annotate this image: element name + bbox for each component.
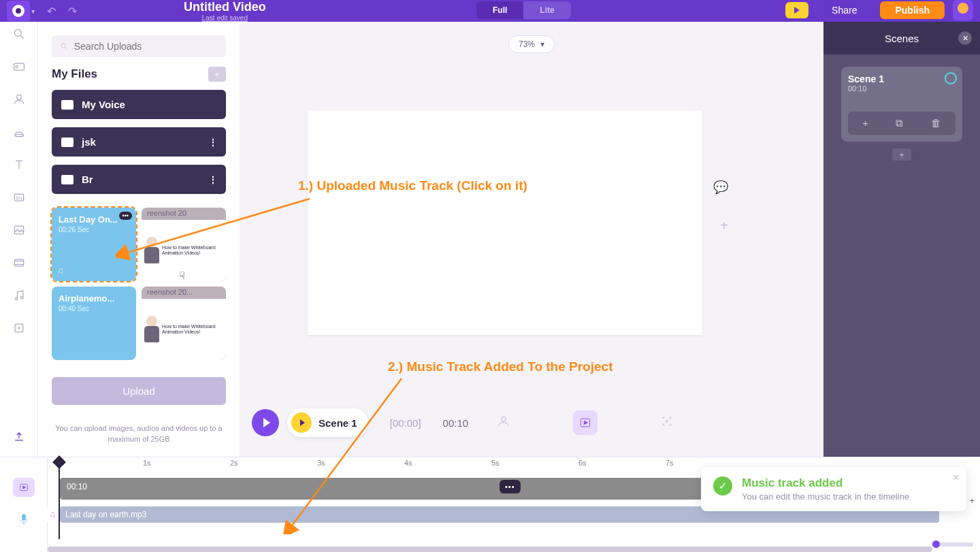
project-title[interactable]: Untitled Video — [184, 0, 266, 14]
text-icon[interactable] — [12, 158, 26, 172]
clip-menu-icon[interactable]: ••• — [500, 480, 521, 493]
toast-close-icon[interactable]: ✕ — [952, 472, 960, 483]
ruler-tick: 2s — [230, 459, 238, 467]
slider-thumb[interactable] — [932, 540, 940, 548]
top-bar: ▾ ↶ ↷ Untitled Video Last edit saved Ful… — [0, 0, 980, 22]
canvas-area: 73% ▾ 💬 + — [240, 22, 823, 457]
upload-icon[interactable] — [12, 429, 26, 443]
scene-card-title: Scene 1 — [848, 74, 956, 84]
character-icon[interactable] — [12, 93, 26, 106]
folder-icon — [61, 137, 74, 147]
svg-point-29 — [666, 420, 668, 422]
svg-line-1 — [20, 36, 23, 39]
folder-label: Br — [82, 174, 93, 185]
svg-rect-32 — [22, 515, 25, 521]
upload-note: You can upload images, audios and videos… — [52, 423, 226, 444]
add-scene-button[interactable]: + — [892, 148, 911, 161]
search-icon[interactable] — [12, 27, 26, 41]
play-scene-button[interactable] — [291, 412, 312, 433]
thumbnail-text: How to make Whiteboard Animation Videos! — [162, 245, 223, 257]
folder-my-voice[interactable]: My Voice — [52, 90, 226, 119]
mode-full[interactable]: Full — [476, 1, 523, 19]
preview-play-button[interactable] — [785, 2, 808, 18]
image-icon[interactable] — [12, 223, 26, 237]
scenes-icon[interactable] — [12, 60, 26, 74]
svg-point-4 — [16, 95, 21, 99]
folder-jsk[interactable]: jsk ⋮ — [52, 127, 226, 157]
zoom-in-icon[interactable]: + — [969, 496, 975, 506]
close-scenes-button[interactable]: ✕ — [958, 31, 972, 45]
scene-selector[interactable]: Scene 1 — [287, 408, 368, 437]
play-icon — [263, 418, 270, 427]
undo-icon[interactable]: ↶ — [47, 5, 56, 18]
music-note-icon: ♫ — [57, 265, 64, 276]
user-action-icon[interactable] — [497, 415, 510, 432]
save-status[interactable]: Last edit saved — [184, 14, 266, 22]
tile-duration: 00:26 Sec — [59, 226, 129, 233]
tool-rail: BG — [0, 22, 38, 457]
delete-scene-icon[interactable]: 🗑 — [931, 117, 941, 129]
ruler-tick: 3s — [317, 459, 325, 467]
duplicate-scene-icon[interactable]: ⧉ — [896, 117, 903, 129]
search-uploads-input[interactable] — [74, 41, 218, 52]
toast-music-added: ✓ Music track added You can edit the mus… — [701, 467, 966, 511]
timeline-mic-icon[interactable] — [17, 512, 31, 531]
playback-bar: Scene 1 [00:00] 00:10 — [252, 406, 817, 439]
folder-menu-icon[interactable]: ⋮ — [208, 174, 218, 185]
scene-card[interactable]: Scene 1 00:10 + ⧉ 🗑 — [841, 67, 962, 142]
timeline-zoom-slider[interactable] — [932, 542, 973, 547]
focus-icon[interactable] — [660, 415, 674, 432]
timeline-scrollbar[interactable] — [48, 547, 932, 552]
play-icon — [794, 7, 800, 14]
ruler-tick: 4s — [404, 459, 412, 467]
scenes-panel-title: Scenes — [885, 33, 919, 44]
mode-lite[interactable]: Lite — [523, 1, 570, 19]
props-icon[interactable] — [12, 125, 26, 139]
folder-menu-icon[interactable]: ⋮ — [208, 137, 218, 148]
upload-tile-audio-airplane[interactable]: Airplanemo... 00:40 Sec — [52, 287, 136, 360]
play-icon — [300, 419, 305, 426]
search-icon — [60, 42, 69, 51]
add-element-icon[interactable]: + — [720, 218, 728, 233]
my-files-heading: My Files — [52, 67, 97, 81]
ruler-tick: 6s — [578, 459, 587, 467]
video-icon[interactable] — [12, 256, 26, 270]
tile-duration: 00:40 Sec — [59, 305, 129, 312]
canvas-stage[interactable] — [308, 110, 702, 335]
svg-point-5 — [14, 134, 23, 136]
svg-point-3 — [16, 65, 18, 67]
timeline-video-track-icon[interactable] — [13, 478, 35, 497]
zoom-control[interactable]: 73% ▾ — [508, 35, 555, 53]
upload-button[interactable]: Upload — [52, 377, 226, 405]
playhead-line — [59, 464, 60, 539]
add-scene-icon[interactable]: + — [862, 117, 868, 129]
toast-body: You can edit the music track in the time… — [742, 491, 909, 502]
background-icon[interactable]: BG — [12, 191, 26, 204]
redo-icon[interactable]: ↷ — [68, 5, 77, 18]
upload-tile-audio-lastday[interactable]: Last Day On... 00:26 Sec ••• ♫ — [52, 208, 136, 281]
tile-badge-icon: ••• — [119, 212, 132, 220]
app-logo[interactable] — [7, 1, 30, 21]
check-icon: ✓ — [713, 476, 732, 496]
tile-name: reenshot 20 — [147, 209, 186, 217]
effects-icon[interactable] — [12, 321, 26, 335]
play-all-button[interactable] — [252, 409, 279, 436]
folder-br[interactable]: Br ⋮ — [52, 165, 226, 194]
svg-rect-11 — [14, 259, 23, 266]
publish-button[interactable]: Publish — [880, 1, 945, 19]
tile-name: reenshot 20... — [147, 288, 193, 296]
svg-point-15 — [20, 297, 22, 299]
add-folder-button[interactable]: + — [208, 67, 226, 82]
film-mode-icon[interactable] — [573, 410, 598, 435]
user-avatar[interactable] — [953, 0, 973, 20]
folder-icon — [61, 175, 74, 184]
music-icon[interactable] — [12, 289, 26, 302]
comment-icon[interactable]: 💬 — [713, 180, 728, 195]
ruler-tick: 5s — [491, 459, 500, 467]
share-button[interactable]: Share — [817, 2, 872, 18]
logo-chevron-icon[interactable]: ▾ — [31, 7, 35, 15]
upload-tile-screenshot-2[interactable]: reenshot 20... How to make Whiteboard An… — [142, 287, 226, 360]
search-uploads-box[interactable] — [52, 35, 226, 57]
svg-point-14 — [15, 297, 17, 299]
scene-status-icon — [945, 72, 957, 84]
